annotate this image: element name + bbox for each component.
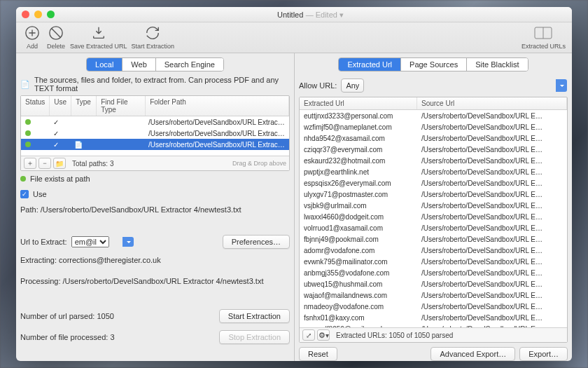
results-tabs[interactable]: Extracted Url Page Sources Site Blacklis… <box>338 57 528 71</box>
app-window: Untitled — Edited ▾ Add Delete Save Extr… <box>16 7 572 361</box>
save-button[interactable]: Save Extracted URL <box>68 24 130 50</box>
tab-local[interactable]: Local <box>87 58 122 71</box>
file-exists-label: File exists at path <box>30 175 90 183</box>
use-checkbox[interactable] <box>20 190 29 198</box>
delete-button[interactable]: Delete <box>44 24 68 50</box>
col-use[interactable]: Use <box>50 96 71 116</box>
document-icon: 📄 <box>20 80 30 89</box>
gear-icon: ⚙ <box>318 331 326 340</box>
table-row[interactable]: euttjnxd3233@personal.com/Users/roberto/… <box>300 110 567 121</box>
export-button[interactable]: Export… <box>519 347 568 361</box>
minimize-icon[interactable] <box>34 11 42 18</box>
col-status[interactable]: Status <box>21 96 50 116</box>
col-extracted-url[interactable]: Extracted Url <box>300 97 417 109</box>
titlebar[interactable]: Untitled — Edited ▾ <box>16 7 572 22</box>
col-source-url[interactable]: Source Url <box>417 97 567 109</box>
table-row[interactable]: ubweq15@hushmail.com/Users/roberto/Devel… <box>300 278 567 289</box>
panels-icon <box>534 24 552 42</box>
window-title: Untitled — Edited ▾ <box>55 10 566 20</box>
url-to-extract-label: Url to Extract: <box>20 238 67 246</box>
table-row[interactable]: evwnk795@mailinator.com/Users/roberto/De… <box>300 256 567 267</box>
table-row[interactable]: pwptjx@earthlink.net/Users/roberto/Devel… <box>300 166 567 177</box>
table-row[interactable]: adomr@vodafone.com/Users/roberto/DevelSa… <box>300 245 567 256</box>
download-icon <box>90 24 108 42</box>
tab-searchengine[interactable]: Search Engine <box>156 58 223 71</box>
allow-url-select[interactable]: Any <box>341 79 364 93</box>
stop-extraction-button: Stop Extraction <box>219 330 290 344</box>
add-row-button[interactable]: ＋ <box>24 158 36 169</box>
advanced-export-button[interactable]: Advanced Export… <box>430 347 515 361</box>
allow-url-label: Allow URL: <box>299 81 337 90</box>
tab-web[interactable]: Web <box>122 58 155 71</box>
table-row[interactable]: ✓/Users/roberto/DevelSandbox/URL Extract… <box>21 116 289 128</box>
plus-circle-icon <box>23 24 41 42</box>
table-row[interactable]: fsnhx01@kaxy.com/Users/roberto/DevelSand… <box>300 312 567 323</box>
toolbar: Add Delete Save Extracted URL Start Extr… <box>16 22 572 53</box>
results-pane: Extracted Url Page Sources Site Blacklis… <box>295 53 572 361</box>
refresh-icon <box>144 24 162 42</box>
col-findfiletype[interactable]: Find File Type <box>97 96 146 116</box>
expand-button[interactable]: ⤢ <box>302 329 315 341</box>
extracted-count-label: Extracted URLs: 1050 of 1050 parsed <box>336 332 453 339</box>
col-folderpath[interactable]: Folder Path <box>146 96 289 116</box>
table-row[interactable]: nhda9542@xasamail.com/Users/roberto/Deve… <box>300 132 567 144</box>
status-dot-icon <box>20 176 26 182</box>
tab-site-blacklist[interactable]: Site Blacklist <box>467 58 527 71</box>
sources-table[interactable]: Status Use Type Find File Type Folder Pa… <box>20 95 290 171</box>
source-tabs[interactable]: Local Web Search Engine <box>86 57 224 71</box>
table-row[interactable]: eskaurd232@hotmail.com/Users/roberto/Dev… <box>300 155 567 166</box>
extracting-label: Extracting: corrections@theregister.co.u… <box>20 256 161 264</box>
files-processed-label: Number of file processed: 3 <box>20 333 115 341</box>
reveal-button[interactable]: 📁 <box>53 158 66 169</box>
table-row[interactable]: fbjnnj49@pookmail.com/Users/roberto/Deve… <box>300 233 567 245</box>
tab-extracted-url[interactable]: Extracted Url <box>339 58 401 71</box>
url-type-select[interactable]: em@il <box>71 236 109 247</box>
table-row[interactable]: ✓📄/Users/roberto/DevelSandbox/URL Extrac… <box>21 139 289 150</box>
start-extraction-button[interactable]: Start Extraction <box>130 24 177 50</box>
col-type[interactable]: Type <box>71 96 97 116</box>
table-row[interactable]: espsqisx26@everymail.com/Users/roberto/D… <box>300 177 567 189</box>
sources-pane: Local Web Search Engine 📄 The sources, f… <box>16 53 295 361</box>
tab-page-sources[interactable]: Page Sources <box>401 58 467 71</box>
table-row[interactable]: cziqqr37@everymail.com/Users/roberto/Dev… <box>300 144 567 155</box>
table-row[interactable]: volrruod1@xasamail.com/Users/roberto/Dev… <box>300 222 567 233</box>
close-icon[interactable] <box>22 11 29 18</box>
table-row[interactable]: ulyxgv71@postmaster.com/Users/roberto/De… <box>300 189 567 200</box>
table-row[interactable]: aqqxedf8056@mailanywhere.com/Users/rober… <box>300 323 567 327</box>
table-row[interactable]: nmadeoy@vodafone.com/Users/roberto/Devel… <box>300 301 567 312</box>
processing-label: Processing: /Users/roberto/DevelSandbox/… <box>20 277 263 285</box>
table-row[interactable]: wajaof@mailandnews.com/Users/roberto/Dev… <box>300 289 567 301</box>
no-entry-icon <box>47 24 65 42</box>
table-row[interactable]: wzfimjf50@nameplanet.com/Users/roberto/D… <box>300 121 567 132</box>
sources-hint: 📄 The sources, files and folder, to extr… <box>20 76 290 93</box>
url-parsed-label: Number of url parsed: 1050 <box>20 312 114 320</box>
gear-button[interactable]: ⚙▾ <box>317 329 330 341</box>
table-row[interactable]: ✓/Users/roberto/DevelSandbox/URL Extract… <box>21 128 289 139</box>
drag-drop-hint: Drag & Drop above <box>232 160 286 167</box>
table-row[interactable]: vsjbk9@urlmail.com/Users/roberto/DevelSa… <box>300 200 567 211</box>
remove-row-button[interactable]: － <box>38 158 51 169</box>
path-label: Path: /Users/roberto/DevelSandbox/URL Ex… <box>20 205 241 214</box>
results-table[interactable]: Extracted Url Source Url euttjnxd3233@pe… <box>299 97 568 343</box>
zoom-icon[interactable] <box>47 11 55 18</box>
preferences-button[interactable]: Preferences… <box>223 235 290 249</box>
extracted-urls-button[interactable]: Extracted URLs <box>519 24 568 50</box>
start-extraction-button-bottom[interactable]: Start Extraction <box>219 309 290 323</box>
total-paths-label: Total paths: 3 <box>72 160 113 168</box>
table-row[interactable]: anbmgj355@vodafone.com/Users/roberto/Dev… <box>300 267 567 278</box>
add-button[interactable]: Add <box>20 24 44 50</box>
reset-button[interactable]: Reset <box>299 347 337 361</box>
table-row[interactable]: lwaxxl4660@dodgeit.com/Users/roberto/Dev… <box>300 211 567 222</box>
